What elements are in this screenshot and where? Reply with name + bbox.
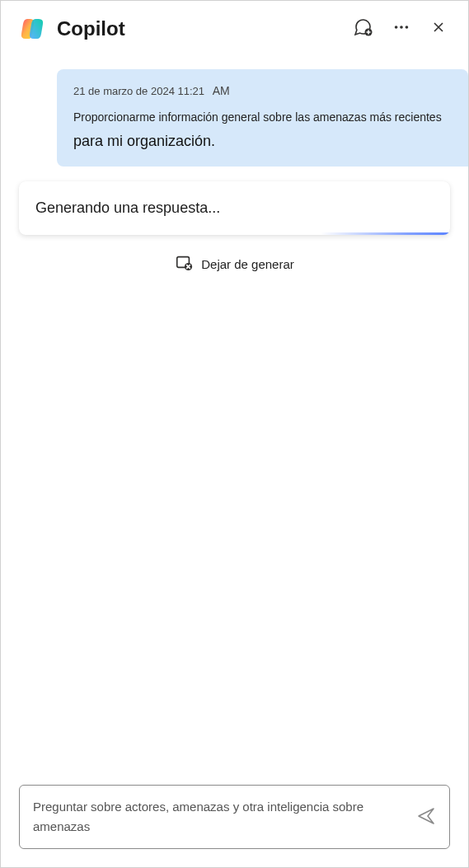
message-timestamp: 21 de marzo de 2024 11:21 AM <box>73 84 452 97</box>
chat-area: 21 de marzo de 2024 11:21 AM Proporciona… <box>1 53 468 775</box>
more-options-button[interactable] <box>389 15 414 42</box>
copilot-logo-icon <box>19 16 45 42</box>
user-message: 21 de marzo de 2024 11:21 AM Proporciona… <box>57 69 468 167</box>
app-title: Copilot <box>57 17 340 40</box>
timestamp-date: 21 de marzo de 2024 11:21 <box>73 85 204 97</box>
svg-point-3 <box>406 26 409 29</box>
close-icon <box>430 19 447 38</box>
user-message-text-line2: para mi organización. <box>73 131 452 152</box>
header-actions <box>349 14 450 43</box>
svg-point-1 <box>395 26 398 29</box>
chat-plus-icon <box>353 17 373 40</box>
send-icon <box>416 806 436 828</box>
stop-generating-label: Dejar de generar <box>201 257 294 271</box>
stop-generating-button[interactable]: Dejar de generar <box>1 253 468 274</box>
send-button[interactable] <box>416 806 436 828</box>
chat-input-placeholder: Preguntar sobre actores, amenazas y otra… <box>33 797 406 837</box>
stop-icon <box>175 253 193 274</box>
timestamp-ampm: AM <box>213 84 230 97</box>
header: Copilot <box>1 1 468 53</box>
response-card: Generando una respuesta... <box>19 181 450 235</box>
svg-point-2 <box>400 26 403 29</box>
user-message-text-line1: Proporcionarme información general sobre… <box>73 109 452 126</box>
generating-text: Generando una respuesta... <box>35 199 434 217</box>
chat-input[interactable]: Preguntar sobre actores, amenazas y otra… <box>19 785 450 849</box>
new-chat-button[interactable] <box>349 14 376 43</box>
ellipsis-icon <box>392 18 410 39</box>
close-button[interactable] <box>427 16 450 41</box>
